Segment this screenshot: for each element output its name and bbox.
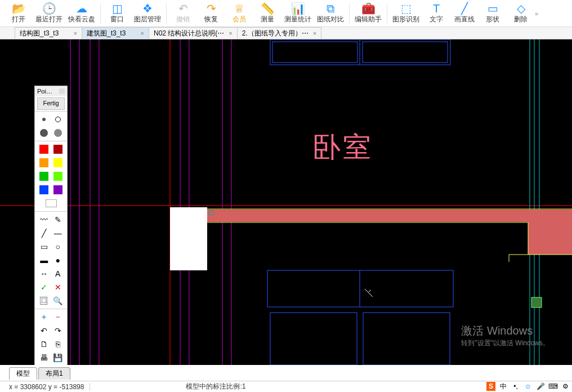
compare-button[interactable]: ⧉图纸对比 <box>314 1 347 26</box>
layout-tabs: 模型 布局1 <box>9 367 72 380</box>
tool-dash[interactable]: — <box>52 228 64 238</box>
tool-copy[interactable]: ⎘ <box>52 339 64 349</box>
close-icon[interactable]: × <box>136 30 144 37</box>
color-dkred[interactable] <box>52 144 64 154</box>
svg-rect-22 <box>272 42 358 63</box>
tool-redo[interactable]: ↷ <box>52 326 64 336</box>
layout1-tab[interactable]: 布局1 <box>38 367 70 380</box>
close-icon[interactable]: × <box>309 30 316 37</box>
main-toolbar: 📂打开 🕒最近打开 ☁快看云盘 ◫窗口 ❖图层管理 ↶撤销 ↷恢复 ♕会员 📏测… <box>0 0 572 27</box>
tool-ok[interactable]: ✓ <box>38 282 50 292</box>
svg-rect-26 <box>270 313 357 365</box>
tool-palette: Poi… Fertig 〰✎ ╱— ▭○ ▬● ↔A ✓✕ ⿴🔍 ＋－ ↶↷ 🗋… <box>34 86 68 365</box>
selection-anchor <box>209 211 213 215</box>
color-orange[interactable] <box>38 158 50 168</box>
color-green[interactable] <box>38 171 50 181</box>
svg-rect-30 <box>531 297 542 308</box>
open-button[interactable]: 📂打开 <box>5 1 33 26</box>
ime-emoji-icon[interactable]: ☺ <box>524 382 533 391</box>
delete-button[interactable]: ◇删除 <box>507 1 535 26</box>
text-button[interactable]: T文字 <box>422 1 450 26</box>
shape-button[interactable]: ▭形状 <box>479 1 507 26</box>
svg-rect-20 <box>270 39 450 65</box>
tool-rect[interactable]: ▭ <box>38 242 50 252</box>
color-lime[interactable] <box>52 171 64 181</box>
window-button[interactable]: ◫窗口 <box>103 1 131 26</box>
tool-text[interactable]: A <box>52 269 64 279</box>
tool-cancel[interactable]: ✕ <box>52 282 64 292</box>
svg-rect-14 <box>528 222 572 255</box>
close-icon[interactable]: × <box>224 30 232 37</box>
svg-rect-27 <box>363 313 450 365</box>
close-icon[interactable]: × <box>69 30 77 37</box>
tool-fillrect[interactable]: ▬ <box>38 255 50 265</box>
svg-line-28 <box>365 289 373 297</box>
ime-logo-icon[interactable]: S <box>486 382 495 391</box>
color-blue[interactable] <box>38 185 50 195</box>
tab-architecture[interactable]: 建筑图_t3_t3× <box>82 27 149 39</box>
tool-freehand[interactable]: 〰 <box>38 215 50 225</box>
tool-save[interactable]: 💾 <box>52 353 64 363</box>
ime-lang[interactable]: 中 <box>499 382 508 391</box>
recent-button[interactable]: 🕒最近打开 <box>33 1 65 26</box>
tab-import[interactable]: 2.（图纸导入专用）⋯× <box>237 27 321 39</box>
layers-button[interactable]: ❖图层管理 <box>131 1 164 26</box>
color-red[interactable] <box>38 144 50 154</box>
svg-line-29 <box>369 290 371 292</box>
drawing-canvas[interactable]: 卧室 Poi… Fertig 〰✎ ╱— ▭○ ▬● ↔A ✓✕ ⿴🔍 ＋－ ↶… <box>0 39 572 365</box>
color-yellow[interactable] <box>52 158 64 168</box>
svg-rect-23 <box>363 42 448 63</box>
ime-keyboard-icon[interactable]: ⌨ <box>548 382 557 391</box>
color-purple[interactable] <box>52 185 64 195</box>
tool-crop[interactable]: ⿴ <box>38 296 50 306</box>
tool-new[interactable]: 🗋 <box>38 339 50 349</box>
tool-sub[interactable]: － <box>52 312 64 322</box>
toolbar-more-button[interactable]: » <box>535 10 545 17</box>
scale-display: 模型中的标注比例:1 <box>180 382 251 391</box>
ime-mic-icon[interactable]: 🎤 <box>536 382 545 391</box>
tool-pen[interactable]: ✎ <box>52 215 64 225</box>
tool-oval[interactable]: ○ <box>52 242 64 252</box>
ime-tray: S 中 •, ☺ 🎤 ⌨ ⚙ <box>486 381 570 392</box>
tool-zoom[interactable]: 🔍 <box>52 296 64 306</box>
windows-watermark: 激活 Windows 转到"设置"以激活 Windows。 <box>461 323 549 348</box>
dot-small[interactable] <box>38 114 50 124</box>
measure-button[interactable]: 📏测量 <box>253 1 281 26</box>
tool-filloval[interactable]: ● <box>52 255 64 265</box>
undo-button[interactable]: ↶撤销 <box>169 1 197 26</box>
cloud-button[interactable]: ☁快看云盘 <box>65 1 98 26</box>
model-tab[interactable]: 模型 <box>9 367 37 380</box>
tool-undo[interactable]: ↶ <box>38 326 50 336</box>
dot-large-1[interactable] <box>38 128 50 138</box>
recognize-button[interactable]: ⬚图形识别 <box>390 1 422 26</box>
svg-rect-13 <box>207 210 572 222</box>
tool-line[interactable]: ╱ <box>38 228 50 238</box>
line-button[interactable]: ╱画直线 <box>450 1 479 26</box>
color-white[interactable] <box>46 198 57 208</box>
tool-add[interactable]: ＋ <box>38 312 50 322</box>
fertig-button[interactable]: Fertig <box>37 97 65 110</box>
file-tabs: 结构图_t3_t3× 建筑图_t3_t3× N02 结构设计总说明(⋯× 2.（… <box>0 27 572 39</box>
redo-button[interactable]: ↷恢复 <box>197 1 225 26</box>
palette-header[interactable]: Poi… <box>35 86 67 96</box>
tool-print[interactable]: 🖶 <box>38 353 50 363</box>
dot-medium[interactable] <box>52 114 64 124</box>
tab-n02[interactable]: N02 结构设计总说明(⋯× <box>149 27 238 39</box>
room-label: 卧室 <box>312 128 373 166</box>
tool-dim[interactable]: ↔ <box>38 269 50 279</box>
dot-large-2[interactable] <box>52 128 64 138</box>
selection-box <box>170 207 207 270</box>
assist-button[interactable]: 🧰编辑助手 <box>352 1 385 26</box>
cad-svg <box>0 39 572 365</box>
measure-stat-button[interactable]: 📊测量统计 <box>281 1 314 26</box>
ime-punct-icon[interactable]: •, <box>511 382 520 391</box>
svg-rect-24 <box>267 270 453 307</box>
ime-settings-icon[interactable]: ⚙ <box>561 382 570 391</box>
coord-display: x = 3308602 y = -513898 <box>3 383 90 391</box>
tab-structure[interactable]: 结构图_t3_t3× <box>15 27 82 39</box>
vip-button[interactable]: ♕会员 <box>225 1 253 26</box>
